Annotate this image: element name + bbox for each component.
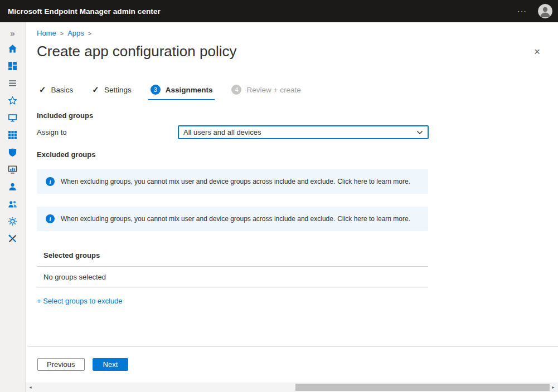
breadcrumb-separator: > <box>88 30 91 37</box>
info-banner: i When excluding groups, you cannot mix … <box>37 207 428 231</box>
more-options-button[interactable]: ··· <box>514 4 530 18</box>
devices-icon <box>8 113 17 122</box>
sidebar-item-home[interactable] <box>0 40 26 57</box>
tab-basics[interactable]: ✓ Basics <box>37 85 75 100</box>
title-row: Create app configuration policy × <box>26 37 558 60</box>
banner-message: When excluding groups, you cannot mix us… <box>61 215 335 223</box>
included-groups-heading: Included groups <box>37 111 558 120</box>
assign-to-dropdown[interactable]: All users and all devices <box>178 125 429 139</box>
tab-settings[interactable]: ✓ Settings <box>90 85 133 100</box>
breadcrumb-home[interactable]: Home <box>37 29 56 37</box>
tab-label: Assignments <box>166 86 213 94</box>
tab-label: Settings <box>104 86 132 94</box>
tab-label: Basics <box>51 86 74 94</box>
tab-label: Review + create <box>246 86 300 94</box>
home-icon <box>8 44 17 53</box>
sidebar-item-users[interactable] <box>0 178 26 195</box>
gear-icon <box>8 217 17 226</box>
info-banner: i When excluding groups, you cannot mix … <box>37 169 428 194</box>
apps-grid-icon <box>8 130 17 140</box>
select-groups-to-exclude-link[interactable]: + Select groups to exclude <box>37 297 123 305</box>
sidebar-item-all-services[interactable] <box>0 75 26 92</box>
next-button[interactable]: Next <box>93 358 129 371</box>
sidebar-item-favorites[interactable] <box>0 92 26 109</box>
scroll-left-arrow-icon[interactable]: ◄ <box>26 383 35 392</box>
people-group-icon <box>8 199 17 209</box>
left-nav: » <box>0 22 26 392</box>
topbar: Microsoft Endpoint Manager admin center … <box>0 0 558 22</box>
close-icon[interactable]: × <box>532 44 542 59</box>
sidebar-item-reports[interactable] <box>0 161 26 178</box>
wizard-footer: Previous Next <box>28 346 558 371</box>
wrench-icon <box>8 234 17 243</box>
sidebar-item-groups[interactable] <box>0 195 26 213</box>
star-icon <box>8 96 17 105</box>
learn-more-link[interactable]: Click here to learn more. <box>337 215 410 223</box>
banner-text: When excluding groups, you cannot mix us… <box>61 178 410 185</box>
account-avatar[interactable] <box>538 4 552 18</box>
check-icon: ✓ <box>39 85 46 95</box>
scroll-right-arrow-icon[interactable]: ► <box>549 383 558 392</box>
tab-assignments[interactable]: 3 Assignments <box>148 85 215 100</box>
breadcrumb-apps[interactable]: Apps <box>67 29 84 37</box>
page-title: Create app configuration policy <box>37 43 236 60</box>
sidebar-item-tenant-administration[interactable] <box>0 213 26 230</box>
topbar-actions: ··· <box>514 4 552 18</box>
step-number-badge: 4 <box>231 85 241 95</box>
all-services-icon <box>8 79 17 88</box>
horizontal-scrollbar[interactable]: ◄ ► <box>26 383 558 392</box>
main-content: Home > Apps > Create app configuration p… <box>26 22 558 392</box>
info-icon: i <box>46 214 55 223</box>
breadcrumb-separator: > <box>60 30 64 37</box>
previous-button[interactable]: Previous <box>37 358 85 371</box>
info-icon: i <box>46 177 55 186</box>
banner-text: When excluding groups, you cannot mix us… <box>61 215 410 223</box>
wizard-tabs: ✓ Basics ✓ Settings 3 Assignments 4 Revi… <box>37 85 558 100</box>
table-empty-row: No groups selected <box>37 267 428 288</box>
sidebar-item-devices[interactable] <box>0 109 26 126</box>
learn-more-link[interactable]: Click here to learn more. <box>337 178 410 185</box>
sidebar-item-dashboard[interactable] <box>0 57 26 75</box>
selected-groups-table: Selected groups No groups selected <box>37 249 428 288</box>
assign-to-row: Assign to All users and all devices <box>37 125 558 139</box>
user-avatar-icon <box>538 4 552 18</box>
dashboard-icon <box>8 61 17 71</box>
assign-to-label: Assign to <box>37 128 178 136</box>
chevron-down-icon <box>416 130 423 135</box>
sidebar-item-apps[interactable] <box>0 126 26 144</box>
scrollbar-thumb[interactable] <box>295 384 550 391</box>
user-icon <box>8 182 17 192</box>
breadcrumb: Home > Apps > <box>26 22 558 37</box>
app-title: Microsoft Endpoint Manager admin center <box>8 7 161 16</box>
sidebar-item-endpoint-security[interactable] <box>0 144 26 161</box>
reports-icon <box>8 165 17 174</box>
shield-icon <box>8 148 17 157</box>
sidebar-item-troubleshooting[interactable] <box>0 230 26 247</box>
tab-review-create[interactable]: 4 Review + create <box>229 85 303 100</box>
check-icon: ✓ <box>92 85 99 95</box>
excluded-groups-heading: Excluded groups <box>37 150 558 159</box>
table-header-selected-groups: Selected groups <box>37 249 428 267</box>
expand-sidebar-button[interactable]: » <box>0 26 25 40</box>
banner-message: When excluding groups, you cannot mix us… <box>61 178 335 185</box>
dropdown-selected-value: All users and all devices <box>183 128 261 136</box>
step-number-badge: 3 <box>151 85 161 95</box>
